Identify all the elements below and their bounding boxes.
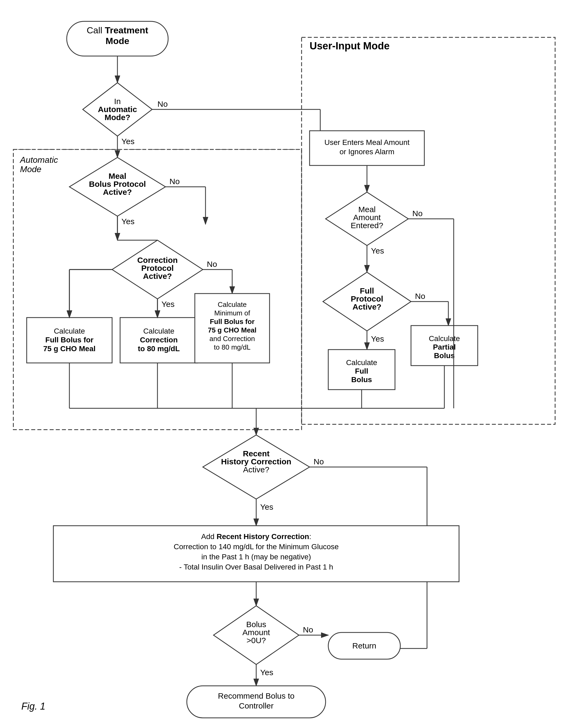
svg-text:Controller: Controller [239,701,273,710]
svg-text:Meal: Meal [358,205,375,214]
svg-text:Correction to 140 mg/dL for th: Correction to 140 mg/dL for the Minimum … [174,543,339,551]
svg-text:in the Past 1 h (may be negati: in the Past 1 h (may be negative) [202,553,311,561]
svg-text:Add Recent History Correction:: Add Recent History Correction: [201,532,311,541]
svg-text:Correction: Correction [140,336,178,344]
svg-text:Meal: Meal [109,172,127,180]
svg-text:Calculate: Calculate [143,327,175,335]
svg-text:Automatic: Automatic [98,105,137,114]
svg-text:Recommend Bolus to: Recommend Bolus to [218,692,295,700]
svg-text:No: No [207,260,217,268]
svg-text:Bolus: Bolus [434,352,455,360]
svg-text:Calculate: Calculate [218,301,246,309]
svg-text:Yes: Yes [122,137,134,146]
svg-text:and Correction: and Correction [210,335,255,343]
svg-text:Active?: Active? [243,465,269,474]
svg-text:Mode: Mode [106,36,129,46]
svg-text:>0U?: >0U? [246,636,266,645]
svg-text:Active?: Active? [103,188,132,197]
svg-text:Active?: Active? [352,302,381,311]
svg-text:Yes: Yes [260,668,273,677]
svg-text:In: In [114,97,121,106]
svg-text:No: No [412,209,422,218]
svg-text:Calculate: Calculate [54,327,85,335]
svg-text:Protocol: Protocol [141,264,174,272]
svg-text:Mode?: Mode? [105,113,131,122]
svg-text:Yes: Yes [371,246,384,255]
svg-text:Amount: Amount [353,213,381,222]
svg-text:Full: Full [360,286,374,295]
svg-text:Full Bolus for: Full Bolus for [45,336,94,344]
svg-text:Full Bolus for: Full Bolus for [210,317,255,326]
svg-text:75 g CHO Meal: 75 g CHO Meal [43,344,96,353]
svg-text:Yes: Yes [161,300,175,309]
svg-text:Return: Return [352,641,376,650]
svg-text:Active?: Active? [143,272,172,281]
svg-text:Automatic: Automatic [20,155,58,165]
flowchart-svg: Call Treatment Mode In Automatic Mode? N… [0,0,581,728]
svg-text:to 80 mg/dL: to 80 mg/dL [214,343,250,351]
svg-text:No: No [314,457,324,466]
svg-text:to 80 mg/dL: to 80 mg/dL [138,344,180,353]
svg-text:Calculate: Calculate [346,358,377,367]
svg-text:Bolus Protocol: Bolus Protocol [89,180,146,188]
svg-text:No: No [169,177,180,186]
svg-text:Yes: Yes [122,217,134,226]
svg-text:Entered?: Entered? [351,221,383,230]
svg-text:Partial: Partial [433,343,456,351]
svg-text:Bolus: Bolus [246,620,266,629]
figure-label: Fig. 1 [21,701,45,712]
svg-text:- Total Insulin Over Basal Del: - Total Insulin Over Basal Delivered in … [179,563,333,571]
svg-text:Call Treatment: Call Treatment [87,25,149,35]
svg-text:No: No [303,625,313,634]
svg-text:Protocol: Protocol [351,294,383,303]
svg-text:No: No [415,292,425,301]
svg-text:Recent: Recent [243,449,269,458]
svg-text:Yes: Yes [371,334,384,343]
svg-text:No: No [157,100,167,108]
svg-text:or Ignores Alarm: or Ignores Alarm [340,148,394,156]
svg-text:Calculate: Calculate [429,334,460,343]
svg-text:History Correction: History Correction [221,457,291,466]
svg-text:Minimum of: Minimum of [214,309,250,317]
diagram-container: Call Treatment Mode In Automatic Mode? N… [0,0,581,728]
svg-text:Amount: Amount [242,628,270,637]
svg-text:Correction: Correction [137,256,178,264]
svg-text:Bolus: Bolus [351,375,372,384]
svg-text:User Enters Meal Amount: User Enters Meal Amount [324,138,410,147]
svg-text:Full: Full [355,367,368,375]
svg-text:Mode: Mode [20,164,42,174]
svg-text:User-Input Mode: User-Input Mode [310,40,390,52]
svg-text:Yes: Yes [260,502,273,511]
svg-text:75 g CHO Meal: 75 g CHO Meal [208,326,257,334]
